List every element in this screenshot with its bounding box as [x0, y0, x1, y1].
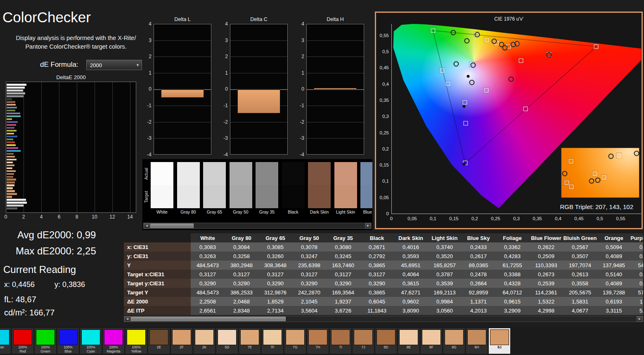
patch-tile-7h[interactable]: 7H — [307, 328, 329, 354]
x-axis-tick: 0 — [5, 214, 7, 220]
patch-tile-8d[interactable]: 8D — [375, 328, 397, 354]
swatch-gray-50: Gray 50 — [230, 162, 252, 214]
patch-tile-7f[interactable]: 7F — [262, 328, 283, 354]
current-fl: fL: 48,67 — [4, 295, 36, 304]
patch-tile-7j[interactable]: 7J — [353, 328, 374, 354]
table-cell: 0,1898 — [631, 252, 643, 261]
table-cell: 92,8959 — [462, 288, 495, 297]
inset-measurement-marker — [595, 178, 601, 183]
column-header: Gray 50 — [292, 233, 326, 242]
patch-tile-5d[interactable]: 5D — [216, 328, 238, 354]
y-axis-tick: -4 — [141, 152, 152, 158]
delta-e-bar — [7, 118, 12, 120]
scroll-left-icon[interactable]: ◄ — [144, 223, 150, 228]
y-axis-tick: 0,3 — [382, 114, 389, 119]
table-cell: 0,4089 — [597, 279, 631, 288]
y-axis-tick: -4 — [218, 152, 228, 158]
patch-label-line1: 100% — [103, 346, 124, 350]
table-cell: 380,2948 — [225, 261, 258, 270]
patch-tile-2e[interactable]: 2E — [148, 328, 170, 354]
patch-tile-8h[interactable]: 8H — [466, 328, 488, 354]
swatch-target — [177, 185, 200, 208]
table-cell: 137,9485 — [597, 261, 631, 270]
table-cell: 0,3127 — [292, 270, 326, 279]
target-marker — [440, 68, 445, 73]
patch-tile-2k[interactable]: 2K — [194, 328, 215, 354]
target-marker — [462, 100, 467, 105]
patch-label-line2: 7E — [239, 346, 260, 350]
row-label: Y — [124, 261, 191, 270]
patch-tile-100-magenta[interactable]: 100%Magenta — [103, 328, 124, 354]
swatch-gray-65: Gray 65 — [203, 162, 226, 214]
x-axis-tick: 0,2 — [471, 216, 478, 221]
de-formula-dropdown[interactable]: 2000 ▼ — [86, 60, 142, 70]
table-cell: 0,2044 — [631, 270, 643, 279]
table-cell: 0,1866 — [631, 279, 643, 288]
column-header: Bluish Green — [563, 233, 597, 242]
cie-inset-zoom — [561, 148, 639, 198]
delta-e-bars — [6, 84, 136, 209]
swatch-label: Blue Sky — [360, 209, 372, 214]
patch-tile-100-yellow[interactable]: 100%Yellow — [125, 328, 147, 354]
table-cell: 1,5831 — [563, 297, 597, 306]
color-chip — [104, 329, 123, 345]
delta-e-bar — [7, 156, 15, 158]
scrollbar-track[interactable] — [150, 223, 365, 228]
patch-tile-cyan[interactable]: Cyan — [0, 328, 11, 354]
scroll-right-icon[interactable]: ► — [637, 316, 643, 322]
fl-value: 48,67 — [16, 295, 36, 304]
patch-tile-100-green[interactable]: 100%Green — [35, 328, 56, 354]
delta-chart-plot — [230, 24, 288, 155]
patch-tile-8e[interactable]: 8E — [398, 328, 419, 354]
patch-tile-100-red[interactable]: 100%Red — [12, 328, 33, 354]
target-marker — [523, 106, 528, 111]
table-cell: 0,3263 — [191, 252, 225, 261]
scrollbar-track[interactable] — [130, 316, 637, 322]
de-formula-value: 2000 — [90, 62, 102, 68]
table-cell: 2,1045 — [292, 297, 326, 306]
table-cell: 114,2361 — [529, 288, 563, 297]
color-chip — [286, 329, 305, 345]
delta-bar — [237, 89, 280, 113]
patch-label-line2: Blue — [57, 350, 79, 354]
color-chip — [81, 329, 100, 345]
y-axis-tick: 4 — [218, 21, 228, 27]
inset-target-marker — [592, 172, 597, 176]
scroll-left-icon[interactable]: ◄ — [124, 316, 130, 322]
delta-e-bar — [7, 144, 16, 146]
patch-tile-7i[interactable]: 7I — [330, 328, 351, 354]
scrollbar-thumb[interactable] — [131, 317, 286, 321]
patch-tile-100-blue[interactable]: 100%Blue — [57, 328, 79, 354]
patch-tile-7e[interactable]: 7E — [239, 328, 260, 354]
row-label: x: CIE31 — [124, 242, 191, 252]
column-header: Gray 65 — [258, 233, 292, 242]
swatch-strip-scrollbar[interactable]: ◄ ► — [143, 223, 372, 229]
y-axis-tick: 1 — [218, 70, 228, 76]
patch-tile-8f[interactable]: 8F — [421, 328, 442, 354]
scroll-right-icon[interactable]: ► — [365, 223, 371, 228]
table-cell: 169,3564 — [326, 288, 360, 297]
patch-tile-7g[interactable]: 7G — [284, 328, 306, 354]
delta-e-bar — [7, 150, 21, 152]
delta-e-bar — [7, 193, 17, 195]
column-header: Gray 80 — [225, 233, 258, 242]
table-cell: 0,3258 — [225, 252, 258, 261]
table-cell: 0,2433 — [462, 242, 495, 252]
delta-e-bar — [7, 92, 25, 94]
patch-tile-8j[interactable]: 8J — [489, 328, 510, 354]
measurement-marker — [502, 45, 507, 50]
y-axis-tick: 3 — [294, 38, 304, 43]
x-axis-tick: 0 — [390, 216, 393, 221]
patch-tile-2f[interactable]: 2F — [171, 328, 192, 354]
scrollbar-thumb[interactable] — [150, 223, 194, 228]
table-cell: 0,3290 — [191, 279, 225, 288]
patch-tile-8g[interactable]: 8G — [443, 328, 465, 354]
x-axis-tick: 0,45 — [574, 216, 583, 221]
color-chip — [331, 329, 350, 345]
table-scrollbar[interactable]: ◄ ► — [124, 316, 643, 322]
row-label: ΔE ITP — [124, 306, 191, 315]
patch-tile-100-cyan[interactable]: 100%Cyan — [80, 328, 102, 354]
y-axis-tick: 0,2 — [382, 146, 389, 151]
table-cell: 0,5094 — [597, 242, 631, 252]
inset-target-marker — [569, 184, 574, 189]
